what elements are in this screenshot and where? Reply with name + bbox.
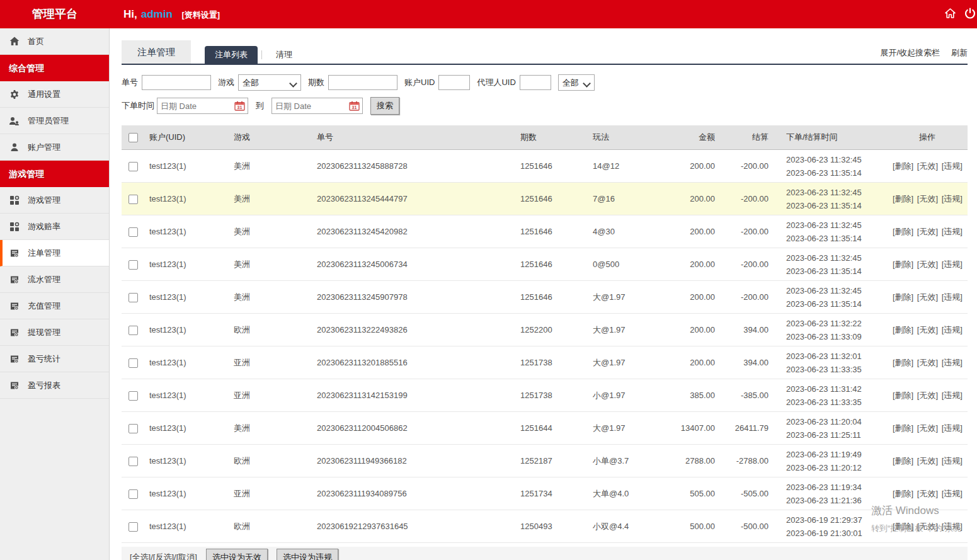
sidebar-item-recharge-management[interactable]: 充值管理	[0, 293, 109, 319]
actions-cell: [删除] [无效] [违规]	[887, 183, 968, 215]
row-checkbox[interactable]	[129, 195, 138, 204]
calendar-icon[interactable]: 31	[234, 101, 245, 113]
calendar-icon[interactable]: 31	[349, 101, 360, 113]
op-invalid-link[interactable]: [无效]	[917, 325, 938, 334]
op-invalid-link[interactable]: [无效]	[917, 194, 938, 203]
table-row: test123(1)美洲2023062311324544479712516467…	[122, 183, 968, 215]
op-delete-link[interactable]: [删除]	[893, 391, 913, 400]
order-time: 2023-06-23 11:19:49	[786, 448, 882, 461]
sidebar-item-home[interactable]: 首页	[0, 28, 109, 55]
sidebar-item-profit-stats[interactable]: 盈亏统计	[0, 346, 109, 372]
op-invalid-link[interactable]: [无效]	[917, 358, 938, 367]
row-checkbox[interactable]	[129, 391, 138, 401]
toggle-search-link[interactable]: 展开/收起搜索栏	[880, 47, 940, 59]
op-violation-link[interactable]: [违规]	[942, 161, 963, 171]
period-cell: 1251644	[515, 412, 588, 445]
sidebar-item-label: 通用设置	[28, 89, 60, 100]
op-delete-link[interactable]: [删除]	[893, 325, 913, 334]
op-invalid-link[interactable]: [无效]	[917, 423, 938, 433]
period-input[interactable]	[328, 75, 397, 90]
account-uid-input[interactable]	[438, 75, 470, 90]
sidebar-item-account-management[interactable]: 账户管理	[0, 134, 109, 161]
actions-cell: [删除] [无效] [违规]	[887, 510, 968, 543]
period-label: 期数	[308, 77, 324, 88]
op-invalid-link[interactable]: [无效]	[917, 456, 938, 466]
row-checkbox[interactable]	[129, 162, 138, 171]
op-delete-link[interactable]: [删除]	[893, 292, 913, 302]
set-violation-button[interactable]: 选中设为违规	[277, 549, 338, 560]
op-invalid-link[interactable]: [无效]	[917, 161, 938, 171]
row-checkbox[interactable]	[129, 489, 138, 499]
time-cell: 2023-06-23 11:32:222023-06-23 11:33:09	[774, 314, 887, 346]
row-checkbox[interactable]	[129, 227, 138, 237]
agent-uid-input[interactable]	[520, 75, 551, 90]
select-all-checkbox[interactable]	[129, 133, 138, 142]
op-invalid-link[interactable]: [无效]	[917, 292, 938, 302]
op-delete-link[interactable]: [删除]	[893, 489, 913, 498]
sidebar-item-general-settings[interactable]: 通用设置	[0, 81, 109, 108]
sidebar-item-admin-management[interactable]: 管理员管理	[0, 108, 109, 134]
op-delete-link[interactable]: [删除]	[893, 456, 913, 466]
sidebar-item-bet-order-management[interactable]: 注单管理	[0, 240, 109, 266]
op-violation-link[interactable]: [违规]	[942, 227, 963, 236]
power-icon[interactable]	[964, 8, 976, 21]
sidebar-item-withdraw-management[interactable]: 提现管理	[0, 319, 109, 346]
sidebar-item-flow-management[interactable]: 流水管理	[0, 266, 109, 293]
op-violation-link[interactable]: [违规]	[942, 358, 963, 367]
select-all-link[interactable]: [全选]	[130, 552, 151, 560]
settle-cell: 394.00	[720, 346, 774, 379]
set-invalid-button[interactable]: 选中设为无效	[206, 549, 268, 560]
profile-settings-link[interactable]: [资料设置]	[182, 10, 220, 20]
op-delete-link[interactable]: [删除]	[893, 358, 913, 367]
op-violation-link[interactable]: [违规]	[942, 325, 963, 334]
op-delete-link[interactable]: [删除]	[893, 423, 913, 433]
row-checkbox-cell	[122, 445, 144, 477]
tab-bet-order-management[interactable]: 注单管理	[122, 40, 191, 64]
op-invalid-link[interactable]: [无效]	[917, 522, 938, 531]
doc-icon	[9, 380, 20, 391]
row-checkbox[interactable]	[129, 358, 138, 368]
op-violation-link[interactable]: [违规]	[942, 522, 963, 531]
op-invalid-link[interactable]: [无效]	[917, 227, 938, 236]
op-delete-link[interactable]: [删除]	[893, 260, 913, 269]
op-violation-link[interactable]: [违规]	[942, 423, 963, 433]
order-no-label: 单号	[122, 77, 138, 88]
op-invalid-link[interactable]: [无效]	[917, 260, 938, 269]
row-checkbox[interactable]	[129, 424, 138, 433]
invert-select-link[interactable]: [反选]	[153, 552, 174, 560]
tab-cleanup[interactable]: 清理	[266, 46, 302, 64]
tab-bet-list[interactable]: 注单列表	[205, 46, 258, 64]
game-cell: 亚洲	[229, 379, 312, 412]
search-button[interactable]: 搜索	[370, 97, 399, 115]
row-checkbox[interactable]	[129, 293, 138, 302]
sidebar-section-game-group[interactable]: 游戏管理	[0, 161, 109, 187]
sidebar-item-game-management[interactable]: 游戏管理	[0, 187, 109, 214]
op-violation-link[interactable]: [违规]	[942, 391, 963, 400]
sidebar-section-general-group[interactable]: 综合管理	[0, 55, 109, 81]
game-select[interactable]: 全部	[238, 74, 301, 91]
op-violation-link[interactable]: [违规]	[942, 194, 963, 203]
op-delete-link[interactable]: [删除]	[893, 194, 913, 203]
op-delete-link[interactable]: [删除]	[893, 227, 913, 236]
status-select[interactable]: 全部	[558, 74, 595, 91]
op-invalid-link[interactable]: [无效]	[917, 489, 938, 498]
sidebar-item-profit-report[interactable]: 盈亏报表	[0, 372, 109, 399]
op-violation-link[interactable]: [违规]	[942, 292, 963, 302]
refresh-link[interactable]: 刷新	[951, 47, 968, 59]
cancel-select-link[interactable]: [取消]	[176, 552, 197, 560]
op-delete-link[interactable]: [删除]	[893, 522, 913, 531]
op-violation-link[interactable]: [违规]	[942, 260, 963, 269]
op-violation-link[interactable]: [违规]	[942, 489, 963, 498]
sidebar-item-game-odds[interactable]: 游戏赔率	[0, 214, 109, 240]
op-delete-link[interactable]: [删除]	[893, 161, 913, 171]
row-checkbox[interactable]	[129, 326, 138, 335]
grid-icon	[9, 195, 20, 205]
order-no-input[interactable]	[142, 75, 211, 90]
home-icon[interactable]	[944, 8, 956, 21]
row-checkbox[interactable]	[129, 260, 138, 270]
op-violation-link[interactable]: [违规]	[942, 456, 963, 466]
settle-time: 2023-06-23 11:35:14	[786, 232, 882, 245]
row-checkbox[interactable]	[129, 457, 138, 466]
op-invalid-link[interactable]: [无效]	[917, 391, 938, 400]
row-checkbox[interactable]	[129, 522, 138, 532]
